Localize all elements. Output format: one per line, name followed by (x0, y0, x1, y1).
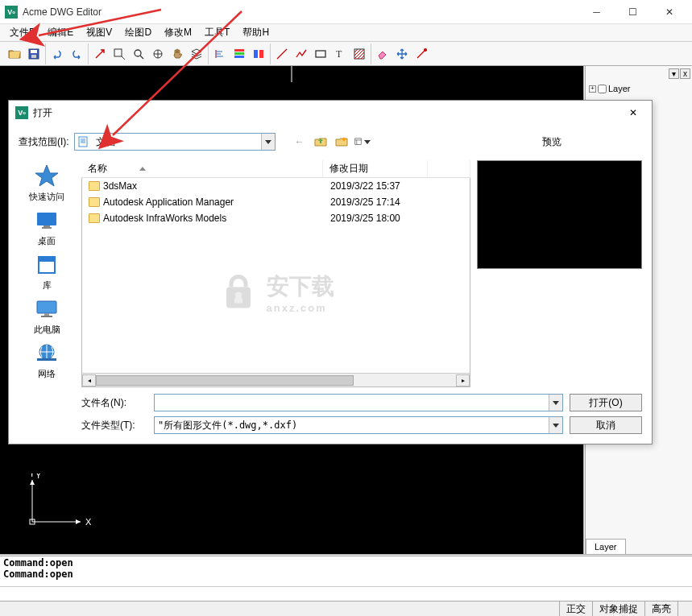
lookin-combo[interactable]: 文档 (74, 133, 276, 151)
file-date: 2019/3/25 17:14 (324, 196, 429, 208)
toolbar: T (0, 42, 692, 66)
erase-icon[interactable] (374, 45, 392, 63)
panel-pin-icon[interactable]: ▾ (669, 68, 679, 79)
zoom-window-icon[interactable] (110, 45, 128, 63)
titlebar: Vo Acme DWG Editor ─ ☐ ✕ (0, 0, 692, 24)
svg-rect-26 (37, 213, 56, 225)
menu-help[interactable]: 帮助H (236, 24, 276, 41)
menubar: 文件F 编辑E 视图V 绘图D 修改M 工具T 帮助H (0, 24, 692, 42)
combo-arrow-icon[interactable] (261, 134, 275, 150)
polyline-icon[interactable] (292, 45, 310, 63)
status-ortho[interactable]: 正交 (559, 602, 592, 616)
scroll-right-icon[interactable]: ▸ (456, 374, 470, 387)
pan-icon[interactable] (168, 45, 186, 63)
text-icon[interactable]: T (331, 45, 349, 63)
combo-arrow-icon[interactable] (549, 417, 562, 433)
status-highlight[interactable]: 高亮 (644, 602, 677, 616)
layer-manager-icon[interactable] (230, 45, 248, 63)
filename-combo[interactable] (154, 394, 563, 411)
status-osnap[interactable]: 对象捕捉 (592, 602, 644, 616)
svg-rect-1 (31, 50, 37, 53)
line-icon[interactable] (273, 45, 291, 63)
folder-icon (89, 213, 100, 223)
documents-icon (77, 135, 90, 148)
layer-tree-root[interactable]: + Layer (589, 84, 689, 93)
command-window[interactable]: Command:open Command:open (0, 556, 692, 586)
svg-text:T: T (336, 48, 342, 60)
open-icon[interactable] (6, 45, 23, 63)
move-icon[interactable] (393, 45, 411, 63)
svg-rect-28 (42, 227, 52, 229)
place-desktop[interactable]: 桌面 (23, 208, 71, 247)
menu-view[interactable]: 视图V (80, 24, 118, 41)
svg-point-4 (135, 50, 141, 56)
svg-rect-8 (234, 56, 244, 58)
scroll-thumb[interactable] (96, 375, 354, 386)
scroll-left-icon[interactable]: ◂ (82, 374, 96, 387)
column-date[interactable]: 修改日期 (323, 160, 428, 177)
axis-x-label: X (85, 517, 92, 527)
command-input[interactable] (0, 589, 692, 600)
undo-icon[interactable] (48, 45, 66, 63)
file-name: 3dsMax (103, 180, 137, 192)
svg-marker-20 (30, 480, 35, 485)
panel-close-icon[interactable]: x (680, 68, 690, 79)
combo-arrow-icon[interactable] (549, 395, 562, 411)
statusbar: 正交 对象捕捉 高亮 (0, 601, 692, 616)
app-title: Acme DWG Editor (23, 6, 578, 18)
dialog-close-icon[interactable]: ✕ (621, 102, 645, 123)
layers-icon[interactable] (188, 45, 205, 63)
maximize-button[interactable]: ☐ (615, 1, 651, 23)
zoom-icon[interactable] (130, 45, 147, 63)
place-thispc[interactable]: 此电脑 (23, 296, 71, 336)
file-row[interactable]: 3dsMax2019/3/22 15:37 (82, 178, 470, 194)
menu-tool[interactable]: 工具T (198, 24, 236, 41)
layer-checkbox[interactable] (598, 85, 607, 93)
new-folder-icon[interactable] (334, 134, 350, 150)
open-button[interactable]: 打开(O) (570, 394, 642, 411)
watermark: 安下载anxz.com (218, 271, 334, 314)
minimize-button[interactable]: ─ (578, 1, 615, 23)
filename-input[interactable] (155, 395, 549, 411)
file-list-header: 名称 修改日期 (81, 160, 470, 178)
tree-expand-icon[interactable]: + (589, 85, 596, 93)
zoom-extents-icon[interactable] (149, 45, 167, 63)
axis-y-label: Y (29, 473, 35, 478)
place-network[interactable]: 网络 (23, 341, 71, 380)
close-button[interactable]: ✕ (651, 1, 687, 23)
regen-icon[interactable] (91, 45, 109, 63)
layer-tab[interactable]: Layer (586, 539, 626, 554)
align-left-icon[interactable] (211, 45, 229, 63)
filetype-value: "所有图形文件(*.dwg,*.dxf) (155, 417, 549, 433)
back-icon[interactable]: ← (292, 134, 308, 150)
view-menu-icon[interactable] (354, 134, 371, 150)
column-name[interactable]: 名称 (81, 160, 323, 177)
menu-edit[interactable]: 编辑E (41, 24, 80, 41)
svg-rect-9 (254, 50, 258, 58)
folder-icon (89, 197, 100, 207)
menu-draw[interactable]: 绘图D (118, 24, 158, 41)
match-icon[interactable] (412, 45, 430, 63)
up-folder-icon[interactable] (313, 134, 329, 150)
file-name: Autodesk Application Manager (103, 196, 234, 208)
menu-file[interactable]: 文件F (3, 24, 41, 41)
place-library[interactable]: 库 (23, 252, 71, 291)
app-icon: Vo (5, 6, 18, 19)
file-row[interactable]: Autodesk Application Manager2019/3/25 17… (82, 194, 470, 210)
file-row[interactable]: Autodesk InfraWorks Models2019/3/25 18:0… (82, 210, 470, 226)
rectangle-icon[interactable] (312, 45, 329, 63)
open-file-dialog: Vo 打开 ✕ 查找范围(I): 文档 ← 预览 快速访问 (8, 100, 653, 444)
file-name: Autodesk InfraWorks Models (103, 213, 226, 224)
properties-icon[interactable] (250, 45, 267, 63)
cancel-button[interactable]: 取消 (570, 416, 642, 434)
save-icon[interactable] (25, 45, 43, 63)
svg-point-37 (235, 291, 242, 298)
places-bar: 快速访问 桌面 库 此电脑 网络 (19, 160, 75, 387)
filetype-combo[interactable]: "所有图形文件(*.dwg,*.dxf) (154, 416, 563, 434)
place-quick-access[interactable]: 快速访问 (23, 163, 71, 203)
filetype-label: 文件类型(T): (81, 419, 154, 432)
menu-modify[interactable]: 修改M (158, 24, 198, 41)
file-list[interactable]: 3dsMax2019/3/22 15:37Autodesk Applicatio… (81, 178, 470, 387)
hatch-icon[interactable] (350, 45, 368, 63)
redo-icon[interactable] (68, 45, 85, 63)
